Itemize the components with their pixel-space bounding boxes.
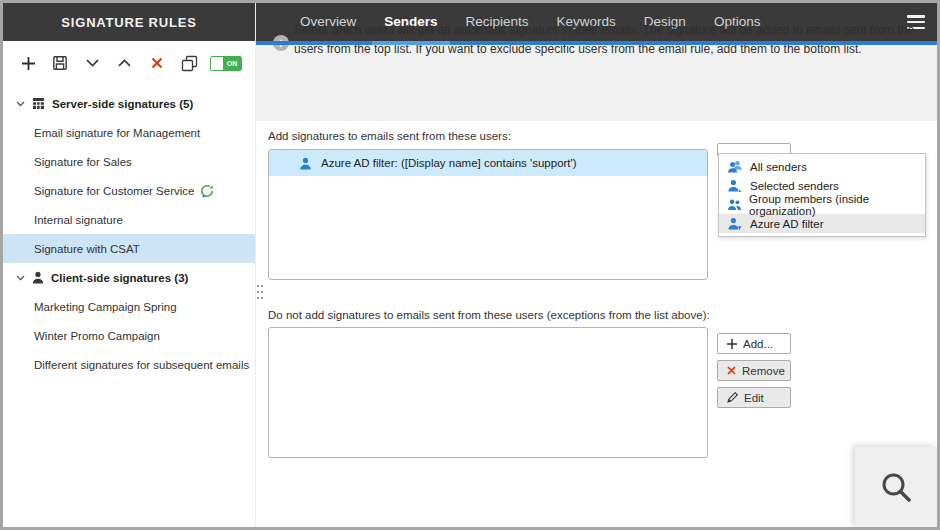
remove-icon bbox=[727, 366, 736, 375]
chevron-down-icon bbox=[16, 101, 25, 107]
app-window: SIGNATURE RULES bbox=[0, 0, 940, 530]
button-label: Remove bbox=[742, 365, 785, 377]
menu-item-azure-ad-filter[interactable]: Azure AD filter bbox=[719, 214, 925, 233]
delete-icon[interactable] bbox=[145, 51, 169, 75]
include-senders-list[interactable]: Azure AD filter: ([Display name] contain… bbox=[268, 149, 708, 280]
sidebar-item-signature-for-customer-service[interactable]: Signature for Customer Service bbox=[3, 176, 255, 205]
rule-label: Marketing Campaign Spring bbox=[34, 301, 177, 313]
list-item-label: Azure AD filter: ([Display name] contain… bbox=[321, 157, 577, 169]
zoom-button[interactable] bbox=[855, 447, 937, 527]
main-panel: Overview Senders Recipients Keywords Des… bbox=[256, 3, 937, 527]
exclude-senders-list[interactable] bbox=[268, 327, 708, 458]
rules-toolbar: ON bbox=[3, 41, 255, 85]
server-signatures-icon bbox=[32, 97, 45, 110]
menu-item-group-members[interactable]: Group members (inside organization) bbox=[719, 195, 925, 214]
rule-label: Signature for Sales bbox=[34, 156, 132, 168]
sidebar-item-internal-signature[interactable]: Internal signature bbox=[3, 205, 255, 234]
selected-senders-icon bbox=[728, 179, 742, 192]
sidebar-item-signature-with-csat[interactable]: Signature with CSAT bbox=[3, 234, 255, 263]
toggle-track bbox=[211, 57, 223, 70]
rule-label: Winter Promo Campaign bbox=[34, 330, 160, 342]
edit-exception-button[interactable]: Edit bbox=[717, 387, 791, 408]
move-down-icon[interactable] bbox=[81, 51, 105, 75]
sidebar-group-client-side[interactable]: Client-side signatures (3) bbox=[3, 263, 255, 292]
client-signatures-icon bbox=[32, 271, 44, 284]
all-senders-icon bbox=[728, 160, 742, 173]
rule-label: Signature for Customer Service bbox=[34, 185, 194, 197]
rule-label: Internal signature bbox=[34, 214, 123, 226]
rule-label: Signature with CSAT bbox=[34, 243, 140, 255]
sidebar: SIGNATURE RULES bbox=[3, 3, 256, 527]
add-exception-button[interactable]: Add... bbox=[717, 333, 791, 354]
menu-item-label: All senders bbox=[750, 161, 807, 173]
list-item[interactable]: Azure AD filter: ([Display name] contain… bbox=[269, 150, 707, 176]
scheduler-icon bbox=[200, 184, 214, 198]
header-accent-bar bbox=[256, 41, 937, 45]
sidebar-item-winter-promo-campaign[interactable]: Winter Promo Campaign bbox=[3, 321, 255, 350]
menu-item-label: Group members (inside organization) bbox=[749, 193, 925, 217]
edit-icon bbox=[727, 392, 738, 403]
menu-item-all-senders[interactable]: All senders bbox=[719, 157, 925, 176]
duplicate-icon[interactable] bbox=[178, 51, 202, 75]
user-icon bbox=[299, 157, 312, 170]
exclude-list-label: Do not add signatures to emails sent fro… bbox=[268, 309, 710, 321]
rule-enabled-toggle[interactable]: ON bbox=[210, 56, 242, 71]
signature-rules-tree: Server-side signatures (5) Email signatu… bbox=[3, 85, 255, 527]
rule-label: Email signature for Management bbox=[34, 127, 200, 139]
toggle-on-label: ON bbox=[223, 57, 241, 70]
chevron-down-icon bbox=[16, 275, 25, 281]
menu-item-label: Selected senders bbox=[750, 180, 839, 192]
add-icon bbox=[727, 339, 737, 349]
menu-item-label: Azure AD filter bbox=[750, 218, 824, 230]
save-icon[interactable] bbox=[48, 51, 72, 75]
sidebar-title: SIGNATURE RULES bbox=[3, 3, 255, 41]
sidebar-item-signature-for-sales[interactable]: Signature for Sales bbox=[3, 147, 255, 176]
splitter-handle[interactable] bbox=[257, 284, 263, 304]
group-members-icon bbox=[728, 198, 741, 211]
sender-type-menu: All senders Selected senders Group membe… bbox=[718, 153, 926, 237]
sidebar-item-different-signatures-for-subsequent-emails[interactable]: Different signatures for subsequent emai… bbox=[3, 350, 255, 379]
add-icon[interactable] bbox=[16, 51, 40, 75]
magnifier-icon bbox=[878, 469, 914, 505]
include-list-label: Add signatures to emails sent from these… bbox=[268, 130, 511, 142]
move-up-icon[interactable] bbox=[113, 51, 137, 75]
rule-label: Different signatures for subsequent emai… bbox=[34, 359, 249, 371]
remove-exception-button[interactable]: Remove bbox=[717, 360, 791, 381]
sidebar-item-email-signature-for-management[interactable]: Email signature for Management bbox=[3, 118, 255, 147]
group-label: Client-side signatures (3) bbox=[51, 272, 188, 284]
sidebar-group-server-side[interactable]: Server-side signatures (5) bbox=[3, 89, 255, 118]
button-label: Edit bbox=[744, 392, 764, 404]
group-label: Server-side signatures (5) bbox=[52, 98, 193, 110]
sidebar-item-marketing-campaign-spring[interactable]: Marketing Campaign Spring bbox=[3, 292, 255, 321]
azure-ad-filter-icon bbox=[728, 217, 742, 230]
button-label: Add... bbox=[743, 338, 773, 350]
info-text: Select which users will get an automatic… bbox=[294, 21, 927, 59]
